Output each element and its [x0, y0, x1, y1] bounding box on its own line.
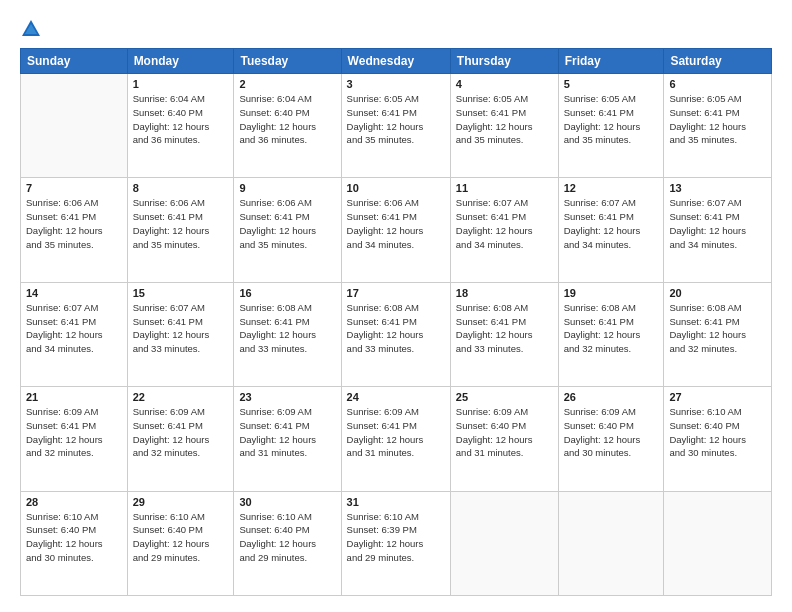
day-number: 2: [239, 78, 335, 90]
calendar-cell: 19Sunrise: 6:08 AMSunset: 6:41 PMDayligh…: [558, 282, 664, 386]
calendar-cell: 8Sunrise: 6:06 AMSunset: 6:41 PMDaylight…: [127, 178, 234, 282]
calendar-cell: 30Sunrise: 6:10 AMSunset: 6:40 PMDayligh…: [234, 491, 341, 595]
day-info: Sunrise: 6:10 AMSunset: 6:40 PMDaylight:…: [133, 510, 229, 565]
calendar-cell: 3Sunrise: 6:05 AMSunset: 6:41 PMDaylight…: [341, 74, 450, 178]
day-number: 3: [347, 78, 445, 90]
day-info: Sunrise: 6:10 AMSunset: 6:40 PMDaylight:…: [26, 510, 122, 565]
weekday-header-saturday: Saturday: [664, 49, 772, 74]
weekday-header-tuesday: Tuesday: [234, 49, 341, 74]
calendar-cell: 28Sunrise: 6:10 AMSunset: 6:40 PMDayligh…: [21, 491, 128, 595]
day-number: 14: [26, 287, 122, 299]
day-info: Sunrise: 6:07 AMSunset: 6:41 PMDaylight:…: [26, 301, 122, 356]
day-info: Sunrise: 6:04 AMSunset: 6:40 PMDaylight:…: [133, 92, 229, 147]
calendar-cell: [558, 491, 664, 595]
day-info: Sunrise: 6:09 AMSunset: 6:41 PMDaylight:…: [26, 405, 122, 460]
logo: [20, 16, 46, 40]
calendar-cell: 4Sunrise: 6:05 AMSunset: 6:41 PMDaylight…: [450, 74, 558, 178]
weekday-header-row: SundayMondayTuesdayWednesdayThursdayFrid…: [21, 49, 772, 74]
calendar-cell: 25Sunrise: 6:09 AMSunset: 6:40 PMDayligh…: [450, 387, 558, 491]
day-info: Sunrise: 6:06 AMSunset: 6:41 PMDaylight:…: [239, 196, 335, 251]
calendar-cell: 29Sunrise: 6:10 AMSunset: 6:40 PMDayligh…: [127, 491, 234, 595]
day-number: 25: [456, 391, 553, 403]
calendar-cell: 23Sunrise: 6:09 AMSunset: 6:41 PMDayligh…: [234, 387, 341, 491]
day-number: 6: [669, 78, 766, 90]
calendar-cell: 18Sunrise: 6:08 AMSunset: 6:41 PMDayligh…: [450, 282, 558, 386]
day-number: 16: [239, 287, 335, 299]
calendar-cell: 11Sunrise: 6:07 AMSunset: 6:41 PMDayligh…: [450, 178, 558, 282]
day-number: 15: [133, 287, 229, 299]
day-number: 30: [239, 496, 335, 508]
day-number: 5: [564, 78, 659, 90]
calendar-cell: [450, 491, 558, 595]
day-info: Sunrise: 6:10 AMSunset: 6:40 PMDaylight:…: [669, 405, 766, 460]
calendar-cell: 14Sunrise: 6:07 AMSunset: 6:41 PMDayligh…: [21, 282, 128, 386]
calendar-cell: 5Sunrise: 6:05 AMSunset: 6:41 PMDaylight…: [558, 74, 664, 178]
day-info: Sunrise: 6:06 AMSunset: 6:41 PMDaylight:…: [133, 196, 229, 251]
calendar-cell: 7Sunrise: 6:06 AMSunset: 6:41 PMDaylight…: [21, 178, 128, 282]
calendar-cell: 24Sunrise: 6:09 AMSunset: 6:41 PMDayligh…: [341, 387, 450, 491]
weekday-header-wednesday: Wednesday: [341, 49, 450, 74]
header: [20, 16, 772, 40]
weekday-header-sunday: Sunday: [21, 49, 128, 74]
week-row-2: 14Sunrise: 6:07 AMSunset: 6:41 PMDayligh…: [21, 282, 772, 386]
calendar-cell: [21, 74, 128, 178]
day-number: 10: [347, 182, 445, 194]
calendar-cell: 2Sunrise: 6:04 AMSunset: 6:40 PMDaylight…: [234, 74, 341, 178]
calendar-cell: [664, 491, 772, 595]
calendar-cell: 16Sunrise: 6:08 AMSunset: 6:41 PMDayligh…: [234, 282, 341, 386]
day-info: Sunrise: 6:08 AMSunset: 6:41 PMDaylight:…: [456, 301, 553, 356]
day-info: Sunrise: 6:10 AMSunset: 6:40 PMDaylight:…: [239, 510, 335, 565]
weekday-header-thursday: Thursday: [450, 49, 558, 74]
calendar-cell: 12Sunrise: 6:07 AMSunset: 6:41 PMDayligh…: [558, 178, 664, 282]
calendar-table: SundayMondayTuesdayWednesdayThursdayFrid…: [20, 48, 772, 596]
week-row-3: 21Sunrise: 6:09 AMSunset: 6:41 PMDayligh…: [21, 387, 772, 491]
day-number: 31: [347, 496, 445, 508]
calendar-cell: 9Sunrise: 6:06 AMSunset: 6:41 PMDaylight…: [234, 178, 341, 282]
day-number: 13: [669, 182, 766, 194]
week-row-1: 7Sunrise: 6:06 AMSunset: 6:41 PMDaylight…: [21, 178, 772, 282]
day-info: Sunrise: 6:10 AMSunset: 6:39 PMDaylight:…: [347, 510, 445, 565]
calendar-cell: 6Sunrise: 6:05 AMSunset: 6:41 PMDaylight…: [664, 74, 772, 178]
day-info: Sunrise: 6:08 AMSunset: 6:41 PMDaylight:…: [347, 301, 445, 356]
day-number: 1: [133, 78, 229, 90]
day-info: Sunrise: 6:07 AMSunset: 6:41 PMDaylight:…: [456, 196, 553, 251]
calendar-cell: 31Sunrise: 6:10 AMSunset: 6:39 PMDayligh…: [341, 491, 450, 595]
calendar-cell: 26Sunrise: 6:09 AMSunset: 6:40 PMDayligh…: [558, 387, 664, 491]
day-info: Sunrise: 6:06 AMSunset: 6:41 PMDaylight:…: [26, 196, 122, 251]
day-info: Sunrise: 6:05 AMSunset: 6:41 PMDaylight:…: [564, 92, 659, 147]
day-number: 18: [456, 287, 553, 299]
day-info: Sunrise: 6:07 AMSunset: 6:41 PMDaylight:…: [669, 196, 766, 251]
page: SundayMondayTuesdayWednesdayThursdayFrid…: [0, 0, 792, 612]
day-number: 22: [133, 391, 229, 403]
day-info: Sunrise: 6:09 AMSunset: 6:41 PMDaylight:…: [133, 405, 229, 460]
day-info: Sunrise: 6:09 AMSunset: 6:41 PMDaylight:…: [239, 405, 335, 460]
day-info: Sunrise: 6:08 AMSunset: 6:41 PMDaylight:…: [669, 301, 766, 356]
logo-icon: [20, 18, 42, 40]
day-number: 17: [347, 287, 445, 299]
day-info: Sunrise: 6:04 AMSunset: 6:40 PMDaylight:…: [239, 92, 335, 147]
weekday-header-friday: Friday: [558, 49, 664, 74]
day-number: 26: [564, 391, 659, 403]
day-info: Sunrise: 6:09 AMSunset: 6:40 PMDaylight:…: [456, 405, 553, 460]
calendar-cell: 10Sunrise: 6:06 AMSunset: 6:41 PMDayligh…: [341, 178, 450, 282]
day-number: 9: [239, 182, 335, 194]
day-number: 11: [456, 182, 553, 194]
calendar-cell: 1Sunrise: 6:04 AMSunset: 6:40 PMDaylight…: [127, 74, 234, 178]
calendar-cell: 13Sunrise: 6:07 AMSunset: 6:41 PMDayligh…: [664, 178, 772, 282]
day-number: 20: [669, 287, 766, 299]
day-number: 29: [133, 496, 229, 508]
weekday-header-monday: Monday: [127, 49, 234, 74]
day-info: Sunrise: 6:09 AMSunset: 6:40 PMDaylight:…: [564, 405, 659, 460]
day-info: Sunrise: 6:05 AMSunset: 6:41 PMDaylight:…: [669, 92, 766, 147]
calendar-cell: 17Sunrise: 6:08 AMSunset: 6:41 PMDayligh…: [341, 282, 450, 386]
day-info: Sunrise: 6:08 AMSunset: 6:41 PMDaylight:…: [564, 301, 659, 356]
calendar-cell: 15Sunrise: 6:07 AMSunset: 6:41 PMDayligh…: [127, 282, 234, 386]
calendar-cell: 20Sunrise: 6:08 AMSunset: 6:41 PMDayligh…: [664, 282, 772, 386]
day-number: 27: [669, 391, 766, 403]
day-number: 7: [26, 182, 122, 194]
day-number: 4: [456, 78, 553, 90]
week-row-0: 1Sunrise: 6:04 AMSunset: 6:40 PMDaylight…: [21, 74, 772, 178]
calendar-cell: 22Sunrise: 6:09 AMSunset: 6:41 PMDayligh…: [127, 387, 234, 491]
calendar-cell: 21Sunrise: 6:09 AMSunset: 6:41 PMDayligh…: [21, 387, 128, 491]
day-info: Sunrise: 6:06 AMSunset: 6:41 PMDaylight:…: [347, 196, 445, 251]
